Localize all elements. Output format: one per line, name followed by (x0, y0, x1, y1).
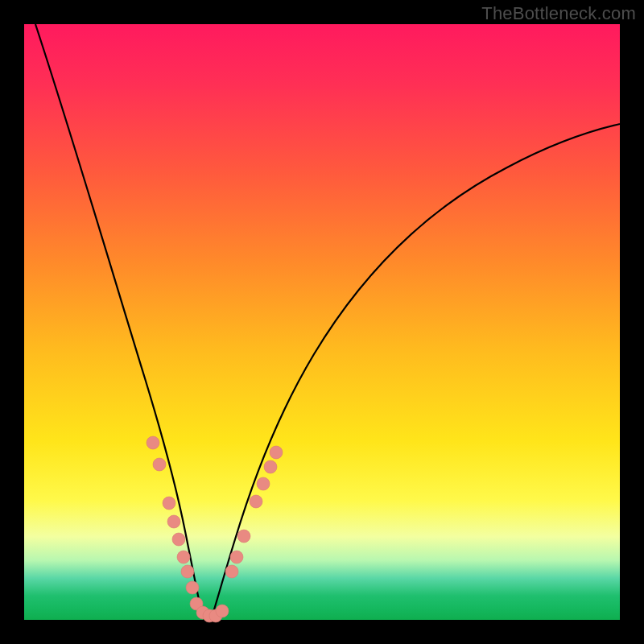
svg-point-4 (172, 533, 185, 546)
svg-point-14 (230, 551, 243, 564)
svg-point-13 (225, 565, 238, 578)
chart-frame: TheBottleneck.com (0, 0, 644, 644)
svg-point-17 (257, 477, 270, 490)
svg-point-18 (264, 460, 277, 473)
svg-point-2 (163, 497, 175, 510)
dot-cluster-left (147, 436, 199, 594)
right-curve (211, 124, 620, 620)
dot-cluster-right (225, 446, 283, 578)
svg-point-12 (216, 605, 229, 617)
svg-point-3 (167, 515, 180, 528)
svg-point-7 (186, 581, 199, 594)
watermark-text: TheBottleneck.com (481, 3, 636, 24)
svg-point-1 (153, 458, 166, 471)
svg-point-6 (181, 565, 194, 578)
svg-point-5 (177, 551, 190, 564)
left-curve (35, 24, 204, 620)
svg-point-16 (250, 495, 262, 508)
svg-point-19 (270, 446, 283, 459)
chart-overlay (24, 24, 620, 620)
svg-point-0 (147, 436, 159, 449)
dot-cluster-bottom (190, 597, 229, 622)
svg-point-15 (237, 530, 250, 543)
